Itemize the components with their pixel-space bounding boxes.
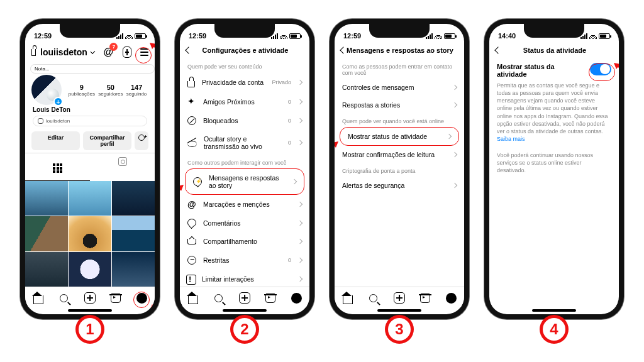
post-thumbnail[interactable] — [25, 181, 68, 216]
create-button[interactable] — [123, 47, 131, 58]
toggle-description: Permita que as contas que você segue e t… — [489, 79, 619, 143]
display-name: Louis DeTon — [25, 106, 155, 113]
learn-more-link[interactable]: Saiba mais — [497, 136, 525, 142]
tab-grid[interactable] — [25, 153, 90, 181]
lock-icon — [31, 49, 36, 56]
block-icon — [187, 116, 196, 125]
post-thumbnail[interactable] — [69, 252, 111, 287]
row-limit[interactable]: Limitar interações — [180, 270, 309, 287]
row-restricted[interactable]: Restritas0 — [180, 251, 309, 270]
post-thumbnail[interactable] — [25, 252, 68, 287]
section-header: Quem pode ver seu conteúdo — [180, 59, 309, 72]
phone-step-1: 12:59 louiisdeton @7 Nota... + 9publicaç… — [20, 19, 160, 319]
home-icon — [33, 293, 43, 302]
menu-button[interactable] — [140, 48, 148, 56]
note-bubble[interactable]: Nota... — [30, 64, 155, 74]
reels-icon — [111, 293, 121, 303]
post-thumbnail[interactable] — [112, 252, 155, 287]
grid-icon — [53, 160, 62, 177]
nav-profile[interactable] — [135, 292, 148, 304]
nav-home[interactable] — [341, 292, 354, 304]
profile-stats: 9publicações 50seguidores 147seguindo — [67, 84, 148, 97]
chevron-right-icon — [297, 80, 303, 85]
lock-icon — [187, 81, 195, 87]
row-activity-status[interactable]: Mostrar status de atividade — [340, 127, 459, 146]
plus-icon — [84, 292, 96, 304]
nav-bar — [25, 287, 155, 307]
posts-grid — [25, 181, 155, 287]
nav-create[interactable] — [393, 292, 406, 304]
nav-home[interactable] — [32, 292, 45, 304]
nav-search[interactable] — [213, 292, 225, 304]
messenger-icon — [193, 177, 202, 186]
nav-reels[interactable] — [264, 292, 277, 304]
home-indicator — [68, 309, 112, 312]
threads-button[interactable]: @7 — [101, 45, 115, 59]
clock: 14:40 — [498, 32, 516, 40]
page-title: Status da atividade — [497, 47, 613, 54]
row-blocked[interactable]: Bloqueados0 — [180, 111, 309, 130]
post-thumbnail[interactable] — [69, 181, 111, 216]
avatar[interactable]: + — [31, 75, 62, 105]
activity-status-toggle[interactable] — [590, 63, 611, 75]
profile-header: louiisdeton @7 — [25, 43, 155, 63]
nav-profile[interactable] — [445, 292, 457, 304]
svg-marker-2 — [180, 185, 184, 191]
post-thumbnail[interactable] — [69, 216, 111, 251]
row-read-receipts[interactable]: Mostrar confirmações de leitura — [335, 146, 464, 163]
threads-link[interactable]: louiisdeton — [33, 116, 147, 126]
section-header: Criptografia de ponta a ponta — [335, 163, 464, 177]
nav-home[interactable] — [187, 292, 199, 304]
tab-tagged[interactable] — [90, 153, 155, 181]
at-icon — [187, 200, 196, 209]
step-badge-4: 4 — [540, 315, 568, 343]
footer-note: Você poderá continuar usando nossos serv… — [489, 149, 619, 174]
row-messages[interactable]: Mensagens e respostas ao story — [185, 168, 304, 195]
page-title: Configurações e atividade — [187, 47, 303, 54]
add-story-icon[interactable]: + — [53, 97, 63, 106]
nav-create[interactable] — [84, 292, 96, 304]
chevron-down-icon[interactable] — [90, 49, 95, 54]
nav-search[interactable] — [58, 292, 70, 304]
row-security-alerts[interactable]: Alertas de segurança — [335, 177, 464, 194]
phone-step-4: 14:40 Status da atividade Mostrar status… — [484, 19, 624, 319]
nav-reels[interactable] — [419, 292, 431, 304]
battery-icon — [135, 33, 146, 39]
section-header: Quem pode ver quando você está online — [335, 114, 464, 127]
row-message-controls[interactable]: Controles de mensagem — [335, 79, 464, 96]
row-hide-story[interactable]: Ocultar story e transmissão ao vivo0 — [180, 130, 309, 155]
username[interactable]: louiisdeton — [40, 47, 87, 57]
add-people-button[interactable] — [135, 131, 148, 150]
profile-icon — [136, 293, 147, 304]
nav-profile[interactable] — [290, 292, 303, 304]
row-close-friends[interactable]: Amigos Próximos0 — [180, 92, 309, 111]
row-comments[interactable]: Comentários — [180, 214, 309, 232]
wifi-icon — [125, 33, 133, 39]
share-icon — [187, 237, 196, 246]
clock: 12:59 — [189, 32, 206, 40]
row-privacy[interactable]: Privacidade da contaPrivado — [180, 72, 309, 92]
nav-create[interactable] — [238, 292, 251, 304]
toggle-label: Mostrar status da atividade — [497, 63, 585, 78]
page-title: Mensagens e respostas ao story — [342, 47, 458, 54]
step-badge-2: 2 — [231, 315, 258, 343]
threads-icon — [38, 118, 43, 124]
clock: 12:59 — [343, 32, 361, 40]
row-sharing[interactable]: Compartilhamento — [180, 232, 309, 251]
edit-profile-button[interactable]: Editar — [31, 131, 80, 150]
section-header: Como as pessoas podem entrar em contato … — [335, 59, 464, 79]
comment-icon — [187, 219, 196, 227]
nav-reels[interactable] — [109, 292, 122, 304]
nav-search[interactable] — [367, 292, 380, 304]
row-tags[interactable]: Marcações e menções — [180, 195, 309, 214]
tagged-icon — [118, 157, 127, 166]
badge-count: 7 — [109, 43, 118, 51]
limit-icon — [187, 275, 195, 283]
row-story-replies[interactable]: Respostas a stories — [335, 96, 464, 114]
post-thumbnail[interactable] — [112, 216, 155, 251]
share-profile-button[interactable]: Compartilhar perfil — [83, 131, 131, 150]
step-badge-1: 1 — [76, 315, 104, 343]
post-thumbnail[interactable] — [25, 216, 68, 251]
phone-step-3: 12:59 Mensagens e respostas ao story Com… — [330, 19, 469, 319]
post-thumbnail[interactable] — [112, 181, 155, 216]
